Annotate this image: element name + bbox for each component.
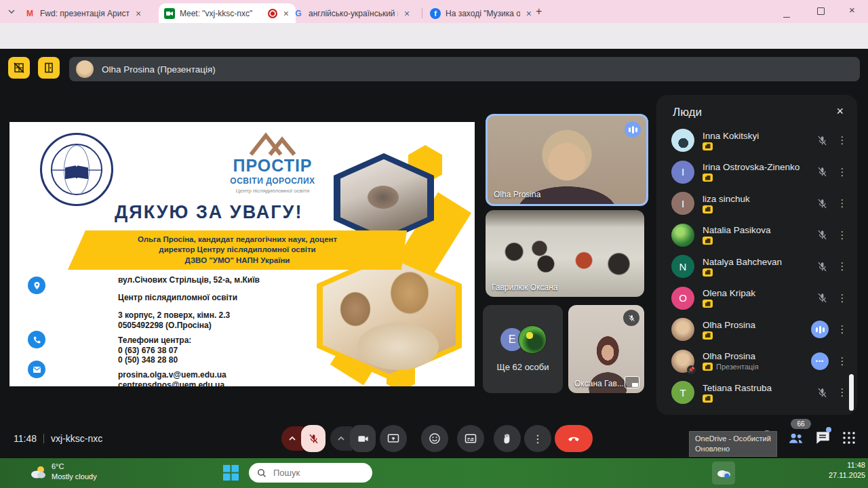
mountains-icon <box>247 131 298 156</box>
participant-menu-kebab-icon[interactable]: ⋮ <box>837 323 848 336</box>
slide-address: вул.Січових Стрільців, 52-а, м.Київ <box>118 275 342 285</box>
people-panel-close-icon[interactable]: × <box>836 104 844 119</box>
slide-phone1: 0 (63) 676 38 07 <box>118 346 342 355</box>
companion-badge-icon <box>703 205 713 214</box>
activities-apps-icon[interactable] <box>841 430 857 446</box>
avatar: 📌 <box>671 350 694 373</box>
participant-menu-kebab-icon[interactable]: ⋮ <box>837 197 848 209</box>
tab-close-icon[interactable]: × <box>403 9 411 18</box>
presenter-avatar <box>76 60 94 78</box>
companion-badge-icon <box>703 394 713 403</box>
browser-tab-meet-active[interactable]: Meet: "vxj-kksc-nxc" × <box>159 3 296 23</box>
tab-separator <box>422 8 422 18</box>
chat-notification-dot <box>826 427 831 432</box>
google-icon: G <box>293 8 304 19</box>
presenter-pill[interactable]: Olha Prosina (Презентація) <box>69 57 860 81</box>
captions-button[interactable] <box>457 425 484 452</box>
screen: M Fwd: презентація Аристова - o × Meet: … <box>0 0 868 488</box>
companion-badge-icon <box>703 142 713 150</box>
weather-text[interactable]: 6°C Mostly cloudy <box>52 462 97 481</box>
camera-options-chevron[interactable] <box>330 426 352 451</box>
location-pin-icon <box>28 277 45 294</box>
companion-badge-icon <box>703 363 713 371</box>
pip-icon[interactable] <box>625 376 639 388</box>
end-call-button[interactable] <box>555 425 593 452</box>
extension-grid-off-button[interactable] <box>8 57 30 79</box>
onedrive-tray-icon[interactable] <box>712 462 735 485</box>
participant-row: 📌 Olha Prosina Презентація ••• ⋮ <box>656 346 857 378</box>
avatar <box>671 129 694 152</box>
participant-menu-kebab-icon[interactable]: ⋮ <box>837 355 848 367</box>
chat-panel-toggle-icon[interactable] <box>814 429 831 447</box>
presenting-indicator-icon: ••• <box>811 352 829 370</box>
companion-badge-icon <box>703 331 713 340</box>
tab-close-icon[interactable]: × <box>134 9 142 18</box>
mic-muted-icon <box>816 165 829 178</box>
video-tile-havryliuk-oksana[interactable]: Гаврилюк Оксана <box>486 210 644 297</box>
slide-phones-label: Телефони центра: <box>118 336 342 345</box>
slide-phone2: 0 (50) 348 28 80 <box>118 355 342 365</box>
participant-row: Inna Kokitskyi ⋮ <box>656 125 857 157</box>
mic-toggle-button-muted[interactable] <box>301 425 326 452</box>
tab-close-icon[interactable]: × <box>525 9 533 18</box>
tray-clock[interactable]: 11:48 27.11.2025 <box>829 461 865 479</box>
video-tile-olha-prosina[interactable]: Olha Prosina <box>486 114 648 206</box>
participant-menu-kebab-icon[interactable]: ⋮ <box>837 386 848 399</box>
raise-hand-button[interactable] <box>494 425 521 452</box>
participant-count-badge: 66 <box>791 419 811 429</box>
more-options-kebab-button[interactable]: ⋮ <box>524 425 551 452</box>
tab-search-chevron-icon[interactable] <box>7 7 16 16</box>
camera-toggle-button[interactable] <box>350 425 376 452</box>
search-icon <box>257 468 267 478</box>
participant-menu-kebab-icon[interactable]: ⋮ <box>837 292 848 304</box>
window-close-button[interactable]: × <box>849 4 855 16</box>
clock-time: 11:48 <box>14 433 37 444</box>
mic-muted-icon <box>816 228 829 241</box>
reactions-emoji-button[interactable] <box>421 425 448 452</box>
participant-menu-kebab-icon[interactable]: ⋮ <box>837 166 848 178</box>
companion-badge-icon <box>703 268 713 277</box>
mic-options-chevron[interactable] <box>281 426 303 451</box>
browser-toolbar: ← → meet.google.com/vxj-kksc-nxc ☆ 0 ⋮ <box>0 23 868 49</box>
video-tile-overflow[interactable]: E Ще 62 особи <box>483 305 563 393</box>
weather-widget[interactable] <box>28 464 47 481</box>
participant-menu-kebab-icon[interactable]: ⋮ <box>837 134 848 146</box>
mic-muted-icon <box>816 291 829 304</box>
participant-row: Olha Prosina ⋮ <box>656 314 857 346</box>
recording-indicator-icon <box>268 9 277 18</box>
window-restore-button[interactable] <box>817 5 825 18</box>
people-panel-toggle-icon[interactable] <box>787 429 805 447</box>
mic-muted-icon <box>816 197 829 210</box>
participant-menu-kebab-icon[interactable]: ⋮ <box>837 260 848 272</box>
video-tile-oksana[interactable]: Оксана Гав... <box>568 305 644 393</box>
tab-title: англійсько-український перек <box>309 9 398 18</box>
panel-scrollbar[interactable] <box>849 374 854 411</box>
taskbar-search-box[interactable] <box>249 463 372 483</box>
browser-tab-facebook[interactable]: f На заході "Музика осені" 20/1 × <box>425 3 538 23</box>
start-button[interactable] <box>222 464 239 481</box>
slide-title: ДЯКУЮ ЗА УВАГУ! <box>115 202 302 223</box>
search-input[interactable] <box>272 467 356 479</box>
tile-name-label: Оксана Гав... <box>574 379 624 388</box>
overflow-avatar-photo <box>518 325 547 354</box>
companion-badge-icon <box>703 174 713 182</box>
browser-tab-gmail[interactable]: M Fwd: презентація Аристова - o × <box>19 3 165 23</box>
door-exit-button[interactable] <box>38 57 60 79</box>
new-tab-button[interactable]: + <box>536 5 542 18</box>
avatar <box>671 318 694 341</box>
presentation-subtitle: Презентація <box>716 363 759 371</box>
participant-menu-kebab-icon[interactable]: ⋮ <box>837 229 848 241</box>
browser-tab-translate[interactable]: G англійсько-український перек × <box>288 3 430 23</box>
window-minimize-button[interactable] <box>783 8 790 20</box>
present-screen-button[interactable] <box>380 425 407 452</box>
participant-row: O Olena Kripak ⋮ <box>656 283 857 314</box>
presentation-slide: ПРОСТІР ОСВІТИ ДОРОСЛИХ Центр післядипло… <box>9 122 475 386</box>
tile-name-label: Гаврилюк Оксана <box>492 283 558 292</box>
weather-icon <box>28 464 47 481</box>
avatar: T <box>671 381 694 404</box>
overflow-count-label: Ще 62 особи <box>483 362 563 372</box>
companion-badge-icon <box>703 237 713 245</box>
participant-row: Natalia Pasikova ⋮ <box>656 220 857 251</box>
facebook-icon: f <box>430 8 441 19</box>
meet-page: Olha Prosina (Презентація) ПРОСТІР ОСВІТ… <box>0 49 868 458</box>
